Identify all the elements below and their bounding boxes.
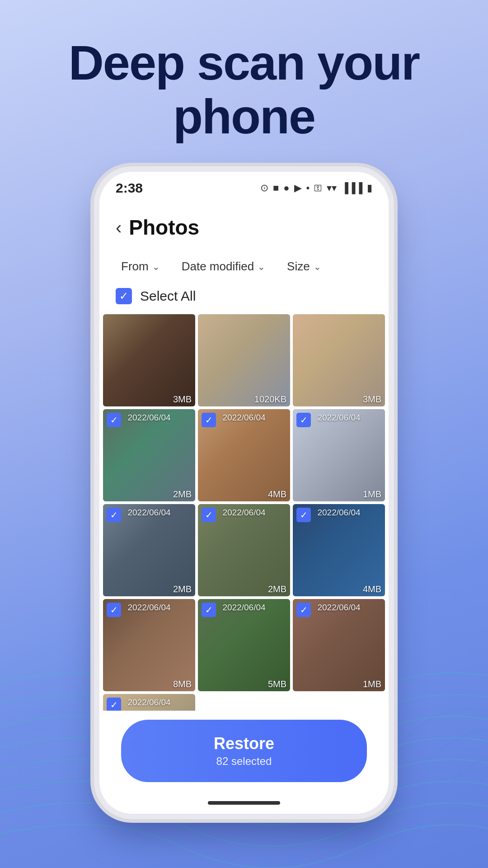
date-badge: 2022/06/04 (293, 603, 385, 613)
file-size-label: 4MB (268, 489, 286, 500)
restore-sub-label: 82 selected (216, 755, 272, 768)
restore-label: Restore (214, 734, 274, 753)
date-badge: 2022/06/04 (293, 508, 385, 518)
date-badge: 2022/06/04 (198, 603, 290, 613)
back-button[interactable]: ‹ (116, 218, 122, 236)
key-icon: ⚿ (314, 184, 322, 193)
photo-item[interactable]: 3MB (103, 314, 195, 406)
phone-mockup: 2:38 ⊙ ■ ● ▶ • ⚿ ▾▾ ▐▐▐ ▮ ‹ Photos Fr (99, 172, 389, 814)
check-icon: ✓ (119, 291, 128, 302)
stop-icon: ■ (273, 182, 279, 194)
photo-info-overlay: 3MB (103, 392, 195, 406)
photo-info-overlay: 1MB (293, 677, 385, 691)
photo-info-overlay: 3MB (293, 392, 385, 406)
photo-grid: 3MB1020KB3MB✓2022/06/042MB✓2022/06/044MB… (103, 311, 385, 711)
photo-info-overlay: 2MB (103, 582, 195, 596)
file-size-label: 2MB (173, 584, 192, 594)
photo-info-overlay: 4MB (293, 582, 385, 596)
signal-icon: ▐▐▐ (341, 182, 362, 194)
date-badge: 2022/06/04 (198, 413, 290, 423)
file-size-label: 1MB (363, 489, 381, 500)
photo-item[interactable]: ✓2022/06/042MB (103, 409, 195, 501)
app-header: ‹ Photos (99, 204, 389, 256)
photo-item[interactable]: 1020KB (198, 314, 290, 406)
photo-info-overlay: 1MB (293, 487, 385, 501)
power-button (390, 289, 397, 344)
hero-section: Deep scan your phone (0, 36, 488, 144)
select-all-label: Select All (140, 288, 196, 304)
photo-info-overlay: 1020KB (198, 392, 290, 406)
file-size-label: 8MB (173, 679, 192, 689)
photo-info-overlay: 5MB (198, 677, 290, 691)
filter-from[interactable]: From ⌄ (116, 256, 165, 277)
wifi-icon: ▾▾ (327, 182, 337, 194)
file-size-label: 3MB (173, 394, 192, 405)
filter-size-label: Size (287, 259, 310, 274)
phone-screen: 2:38 ⊙ ■ ● ▶ • ⚿ ▾▾ ▐▐▐ ▮ ‹ Photos Fr (99, 172, 389, 814)
battery-icon: ▮ (367, 182, 372, 194)
filter-size[interactable]: Size ⌄ (282, 256, 327, 277)
date-badge: 2022/06/04 (103, 508, 195, 518)
chevron-down-icon: ⌄ (258, 261, 265, 272)
photo-item[interactable]: ✓2022/06/04 (103, 694, 195, 711)
file-size-label: 2MB (173, 489, 192, 500)
file-size-label: 3MB (363, 394, 381, 405)
volume-up-button (91, 262, 98, 298)
file-size-label: 4MB (363, 584, 381, 594)
photo-info-overlay: 8MB (103, 677, 195, 691)
photo-item[interactable]: ✓2022/06/048MB (103, 599, 195, 691)
status-bar: 2:38 ⊙ ■ ● ▶ • ⚿ ▾▾ ▐▐▐ ▮ (99, 172, 389, 204)
hero-title: Deep scan your phone (0, 36, 488, 144)
restore-area: Restore 82 selected (99, 711, 389, 795)
photo-item[interactable]: ✓2022/06/042MB (103, 504, 195, 596)
header-row: ‹ Photos (116, 215, 372, 240)
date-badge: 2022/06/04 (198, 508, 290, 518)
chevron-down-icon: ⌄ (152, 261, 160, 272)
file-size-label: 5MB (268, 679, 286, 689)
status-time: 2:38 (116, 180, 143, 196)
camera-icon: ⊙ (260, 182, 268, 194)
filter-date[interactable]: Date modified ⌄ (176, 256, 271, 277)
photo-info-overlay: 2MB (198, 582, 290, 596)
photo-item[interactable]: ✓2022/06/041MB (293, 599, 385, 691)
photo-item[interactable]: ✓2022/06/041MB (293, 409, 385, 501)
date-badge: 2022/06/04 (293, 413, 385, 423)
photo-item[interactable]: ✓2022/06/044MB (198, 409, 290, 501)
page-title: Photos (129, 215, 199, 240)
play-icon: ▶ (294, 182, 302, 194)
photo-info-overlay: 4MB (198, 487, 290, 501)
status-icons: ⊙ ■ ● ▶ • ⚿ ▾▾ ▐▐▐ ▮ (260, 182, 372, 194)
volume-down-button (91, 312, 98, 348)
home-indicator (99, 795, 389, 814)
file-size-label: 1020KB (254, 394, 286, 405)
circle-icon: ● (283, 182, 289, 194)
chevron-down-icon: ⌄ (314, 261, 321, 272)
date-badge: 2022/06/04 (103, 698, 195, 708)
filter-row: From ⌄ Date modified ⌄ Size ⌄ (99, 256, 389, 283)
photo-item[interactable]: 3MB (293, 314, 385, 406)
photo-info-overlay: 2MB (103, 487, 195, 501)
file-size-label: 1MB (363, 679, 381, 689)
select-all-row[interactable]: ✓ Select All (99, 283, 389, 311)
photo-item[interactable]: ✓2022/06/045MB (198, 599, 290, 691)
restore-button[interactable]: Restore 82 selected (121, 720, 367, 782)
filter-from-label: From (121, 259, 149, 274)
date-badge: 2022/06/04 (103, 413, 195, 423)
filter-date-label: Date modified (182, 259, 254, 274)
photo-item[interactable]: ✓2022/06/042MB (198, 504, 290, 596)
photo-grid-container: 3MB1020KB3MB✓2022/06/042MB✓2022/06/044MB… (99, 311, 389, 711)
dot-icon: • (306, 182, 310, 194)
home-bar (208, 801, 280, 805)
photo-item[interactable]: ✓2022/06/044MB (293, 504, 385, 596)
date-badge: 2022/06/04 (103, 603, 195, 613)
select-all-checkbox[interactable]: ✓ (116, 288, 132, 304)
file-size-label: 2MB (268, 584, 286, 594)
